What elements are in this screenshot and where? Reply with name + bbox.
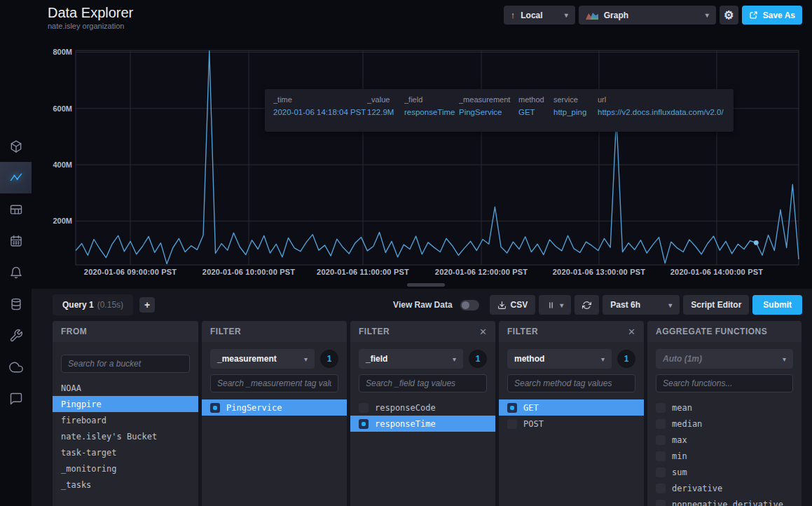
checkbox[interactable] bbox=[507, 403, 517, 413]
sidebar-item-alerts[interactable] bbox=[0, 257, 32, 288]
refresh-icon bbox=[582, 301, 591, 310]
tag-value-row[interactable]: POST bbox=[499, 416, 644, 432]
checkbox[interactable] bbox=[656, 500, 666, 506]
function-row[interactable]: median bbox=[647, 416, 801, 432]
tag-value-list: responseCoderesponseTime bbox=[350, 399, 495, 432]
function-row[interactable]: min bbox=[647, 448, 801, 464]
view-raw-data-toggle[interactable] bbox=[460, 300, 479, 310]
y-tick-label: 600M bbox=[51, 104, 72, 113]
tag-key-label: _field bbox=[366, 354, 387, 364]
tag-value-search-input[interactable] bbox=[210, 374, 338, 392]
sidebar-item-settings[interactable] bbox=[0, 320, 32, 351]
submit-button[interactable]: Submit bbox=[752, 295, 802, 315]
checkbox[interactable] bbox=[210, 403, 220, 413]
bucket-label: task-target bbox=[61, 448, 116, 458]
tag-key-dropdown[interactable]: _field▾ bbox=[359, 349, 463, 369]
sidebar-item-cloud[interactable] bbox=[0, 351, 32, 383]
checkbox[interactable] bbox=[656, 435, 666, 445]
bucket-row[interactable]: fireboard bbox=[53, 412, 198, 428]
cloud-icon bbox=[9, 360, 23, 374]
sidebar-item-influxdb-logo[interactable] bbox=[0, 130, 32, 162]
bucket-row[interactable]: _monitoring bbox=[53, 460, 198, 477]
checkbox[interactable] bbox=[359, 419, 369, 429]
function-label: min bbox=[672, 451, 687, 461]
csv-download-button[interactable]: CSV bbox=[490, 295, 536, 315]
tag-value-search-input[interactable] bbox=[359, 374, 487, 392]
toggle-knob bbox=[462, 301, 469, 309]
sidebar-item-feedback[interactable] bbox=[0, 383, 32, 414]
y-tick-label: 400M bbox=[51, 160, 72, 169]
x-tick-label: 2020-01-06 11:00:00 PST bbox=[303, 268, 422, 276]
function-row[interactable]: mean bbox=[647, 399, 801, 416]
checkbox[interactable] bbox=[507, 419, 517, 429]
bucket-row[interactable]: _tasks bbox=[53, 477, 198, 493]
chart-horizontal-scrollbar[interactable] bbox=[407, 283, 445, 287]
tag-value-row[interactable]: responseCode bbox=[350, 399, 495, 416]
time-range-label: Past 6h bbox=[610, 300, 640, 310]
query-tab-row: Query 1 (0.15s) + View Raw Data CSV ▾ bbox=[53, 294, 802, 315]
bucket-row[interactable]: task-target bbox=[53, 444, 198, 460]
query-controls: View Raw Data CSV ▾ bbox=[393, 295, 802, 315]
tooltip-column: servicehttp_ping bbox=[553, 95, 598, 132]
visualization-type-dropdown[interactable]: Graph ▾ bbox=[579, 6, 716, 25]
tag-value-label: responseTime bbox=[375, 419, 436, 429]
checkbox[interactable] bbox=[656, 467, 666, 477]
window-period-dropdown[interactable]: Auto (1m) ▾ bbox=[656, 349, 793, 369]
checkbox[interactable] bbox=[656, 451, 666, 461]
function-row[interactable]: nonnegative derivative bbox=[647, 496, 801, 506]
tooltip-column-value: 122.9M bbox=[367, 108, 404, 116]
checkbox[interactable] bbox=[656, 403, 666, 413]
database-icon bbox=[9, 297, 23, 311]
pause-refresh-dropdown[interactable]: ▾ bbox=[539, 295, 571, 315]
save-as-button[interactable]: Save As bbox=[742, 6, 802, 25]
bucket-label: nate.isley's Bucket bbox=[61, 432, 157, 442]
refresh-button[interactable] bbox=[574, 295, 599, 315]
y-tick-label: 200M bbox=[51, 217, 72, 225]
query-tab[interactable]: Query 1 (0.15s) bbox=[53, 294, 133, 315]
add-query-button[interactable]: + bbox=[139, 297, 155, 313]
bucket-search-input[interactable] bbox=[61, 355, 190, 373]
close-filter-icon[interactable]: ✕ bbox=[628, 327, 635, 337]
tag-value-search-input[interactable] bbox=[507, 374, 635, 392]
close-filter-icon[interactable]: ✕ bbox=[479, 327, 487, 337]
from-panel-body bbox=[53, 342, 198, 373]
header-controls: ↑ Local ▾ Graph ▾ ⚙ Save A bbox=[504, 6, 802, 25]
org-name: nate.isley organization bbox=[48, 22, 124, 30]
hover-tooltip: _time2020-01-06 14:18:04 PST_value122.9M… bbox=[265, 89, 734, 132]
function-label: median bbox=[672, 419, 702, 429]
script-editor-button[interactable]: Script Editor bbox=[683, 295, 749, 315]
sidebar-item-data-explorer[interactable] bbox=[0, 162, 32, 193]
checkbox[interactable] bbox=[656, 484, 666, 493]
tooltip-column-value: http_ping bbox=[553, 108, 598, 116]
sidebar-item-dashboards[interactable] bbox=[0, 193, 32, 225]
tag-value-row[interactable]: PingService bbox=[202, 399, 347, 416]
plot-canvas[interactable] bbox=[53, 42, 802, 266]
from-panel: FROM NOAAPingpirefireboardnate.isley's B… bbox=[53, 321, 198, 506]
sidebar-item-load-data[interactable] bbox=[0, 288, 32, 320]
checkbox[interactable] bbox=[656, 419, 666, 429]
aggregate-panel-header: AGGREGATE FUNCTIONS bbox=[647, 321, 801, 342]
time-series-chart[interactable]: 200M400M600M800M 2020-01-06 09:00:00 PST… bbox=[53, 42, 802, 280]
bucket-row[interactable]: NOAA bbox=[53, 380, 198, 396]
submit-label: Submit bbox=[763, 300, 792, 310]
tag-key-label: _measurement bbox=[217, 354, 277, 364]
time-range-dropdown[interactable]: Past 6h ▾ bbox=[603, 295, 680, 315]
tag-key-dropdown[interactable]: _measurement▾ bbox=[210, 349, 315, 369]
bucket-row[interactable]: Pingpire bbox=[53, 396, 198, 412]
graph-settings-button[interactable]: ⚙ bbox=[720, 6, 738, 25]
tag-value-label: responseCode bbox=[375, 403, 436, 413]
function-row[interactable]: max bbox=[647, 432, 801, 448]
filter-panel-_field: FILTER✕_field▾1responseCoderesponseTime bbox=[350, 321, 495, 506]
bucket-row[interactable]: nate.isley's Bucket bbox=[53, 428, 198, 444]
function-row[interactable]: derivative bbox=[647, 480, 801, 496]
function-search-input[interactable] bbox=[656, 374, 793, 392]
sidebar-item-tasks[interactable] bbox=[0, 225, 32, 257]
tag-value-row[interactable]: responseTime bbox=[350, 416, 495, 432]
tag-key-dropdown[interactable]: method▾ bbox=[507, 349, 612, 369]
timezone-dropdown[interactable]: ↑ Local ▾ bbox=[504, 6, 575, 25]
checkbox[interactable] bbox=[359, 403, 369, 413]
window-period-label: Auto (1m) bbox=[663, 354, 702, 364]
tooltip-column-header: url bbox=[598, 95, 734, 104]
function-row[interactable]: sum bbox=[647, 464, 801, 480]
tag-value-row[interactable]: GET bbox=[499, 399, 644, 416]
